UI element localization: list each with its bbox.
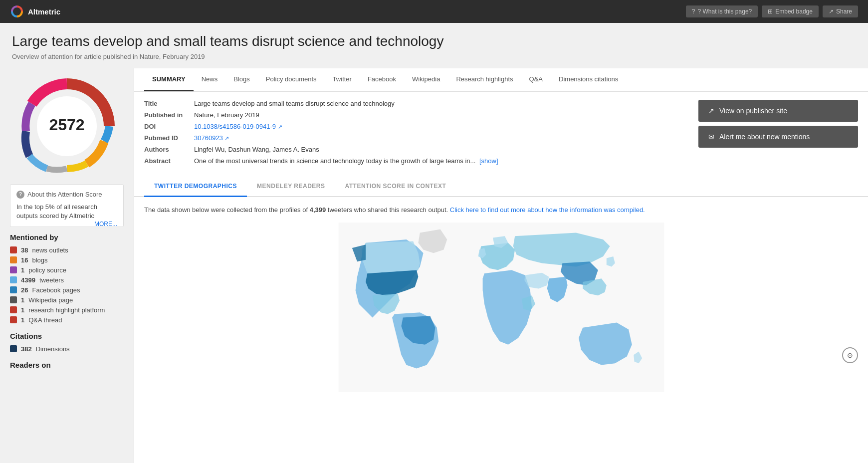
action-buttons: ↗ View on publisher site ✉ Alert me abou… — [698, 100, 858, 169]
main-tabs: SUMMARYNewsBlogsPolicy documentsTwitterF… — [134, 68, 868, 92]
altmetric-logo-icon — [10, 4, 24, 18]
tab-blogs[interactable]: Blogs — [225, 68, 258, 91]
score-value: 2572 — [49, 116, 84, 134]
page-subtitle: Overview of attention for article publis… — [12, 53, 856, 60]
mention-count: 16 — [21, 256, 28, 264]
meta-authors-row: Authors Lingfei Wu, Dashun Wang, James A… — [144, 146, 688, 153]
meta-doi-row: DOI 10.1038/s41586-019-0941-9 ↗ — [144, 123, 688, 130]
sub-tabs-container: TWITTER DEMOGRAPHICSMENDELEY READERSATTE… — [144, 177, 456, 196]
alert-button[interactable]: ✉ Alert me about new mentions — [698, 126, 858, 148]
tab-news[interactable]: News — [194, 68, 226, 91]
mention-item: 38 news outlets — [10, 246, 124, 254]
mention-count: 38 — [21, 246, 28, 254]
compiled-info-link[interactable]: Click here to find out more about how th… — [450, 206, 645, 214]
readers-section: Readers on — [10, 361, 124, 369]
mention-label: Facebook pages — [32, 286, 80, 294]
embed-badge-button[interactable]: ⊞ Embed badge — [762, 5, 819, 17]
mention-label: blogs — [32, 256, 47, 264]
about-score-box: ? About this Attention Score In the top … — [10, 184, 124, 227]
sub-tab-twitter-demo[interactable]: TWITTER DEMOGRAPHICS — [144, 177, 247, 197]
publisher-icon: ↗ — [708, 107, 714, 115]
doi-value: 10.1038/s41586-019-0941-9 — [194, 123, 276, 130]
sub-tab-mendeley[interactable]: MENDELEY READERS — [247, 177, 335, 197]
published-label: Published in — [144, 111, 194, 119]
about-score-text: In the top 5% of all research outputs sc… — [16, 203, 117, 221]
citations-section: Citations 382 Dimensions — [10, 332, 124, 353]
tab-dimensions[interactable]: Dimensions citations — [551, 68, 626, 91]
demographics-text-after: tweeters who shared this research output… — [326, 206, 448, 214]
demographics-info: The data shown below were collected from… — [134, 197, 868, 223]
mention-item: 1 policy source — [10, 266, 124, 274]
mention-label: research highlight platform — [28, 306, 105, 314]
tab-wikipedia[interactable]: Wikipedia — [404, 68, 448, 91]
mention-item: 16 blogs — [10, 256, 124, 264]
article-info-section: Title Large teams develop and small team… — [134, 92, 868, 177]
brand-name: Altmetric — [28, 7, 60, 16]
view-publisher-button[interactable]: ↗ View on publisher site — [698, 100, 858, 122]
mention-label: tweeters — [39, 276, 64, 284]
citation-color-dot — [10, 345, 17, 352]
sidebar: 2572 ? About this Attention Score In the… — [0, 68, 134, 463]
mention-count: 1 — [21, 306, 24, 314]
brand-area: Altmetric — [10, 4, 60, 18]
scroll-indicator[interactable]: ⊙ — [842, 347, 858, 363]
meta-abstract-row: Abstract One of the most universal trend… — [144, 157, 688, 165]
pubmed-label: Pubmed ID — [144, 134, 194, 142]
mention-color-dot — [10, 246, 17, 253]
tab-policy[interactable]: Policy documents — [258, 68, 325, 91]
mention-item: 1 research highlight platform — [10, 306, 124, 314]
embed-icon: ⊞ — [768, 8, 773, 15]
mentioned-by-heading: Mentioned by — [10, 233, 124, 241]
abstract-value: One of the most universal trends in scie… — [194, 157, 498, 165]
mention-count: 26 — [21, 286, 28, 294]
mention-label: Q&A thread — [28, 316, 62, 324]
show-abstract-link[interactable]: [show] — [479, 157, 498, 165]
scroll-icon: ⊙ — [847, 351, 853, 359]
pubmed-link[interactable]: 30760923 ↗ — [194, 134, 229, 142]
mentions-list: 38 news outlets 16 blogs 1 policy source… — [10, 246, 124, 324]
tab-research[interactable]: Research highlights — [448, 68, 521, 91]
published-value: Nature, February 2019 — [194, 111, 259, 119]
article-meta: Title Large teams develop and small team… — [144, 100, 688, 169]
meta-title-row: Title Large teams develop and small team… — [144, 100, 688, 107]
what-is-this-button[interactable]: ? ? What is this page? — [686, 5, 758, 17]
mention-item: 4399 tweeters — [10, 276, 124, 284]
citation-count: 382 — [21, 345, 32, 353]
main-layout: 2572 ? About this Attention Score In the… — [0, 68, 868, 463]
topnav-actions: ? ? What is this page? ⊞ Embed badge ↗ S… — [686, 5, 858, 17]
doi-link[interactable]: 10.1038/s41586-019-0941-9 ↗ — [194, 123, 282, 130]
citation-label: Dimensions — [36, 345, 70, 353]
mention-color-dot — [10, 286, 17, 293]
mention-count: 1 — [21, 266, 24, 274]
abstract-label: Abstract — [144, 157, 194, 165]
page-header: Large teams develop and small teams disr… — [0, 23, 868, 68]
more-link[interactable]: MORE... — [94, 221, 117, 228]
mention-item: 1 Q&A thread — [10, 316, 124, 324]
citation-item: 382 Dimensions — [10, 345, 124, 353]
mention-color-dot — [10, 276, 17, 283]
mention-label: news outlets — [32, 246, 68, 254]
tab-facebook[interactable]: Facebook — [360, 68, 404, 91]
tab-summary[interactable]: SUMMARY — [144, 68, 194, 91]
mention-color-dot — [10, 306, 17, 313]
share-button[interactable]: ↗ Share — [823, 5, 858, 17]
tab-qa[interactable]: Q&A — [521, 68, 551, 91]
title-label: Title — [144, 100, 194, 107]
mention-color-dot — [10, 256, 17, 263]
mention-count: 4399 — [21, 276, 35, 284]
demographics-text-before: The data shown below were collected from… — [144, 206, 310, 214]
doi-label: DOI — [144, 123, 194, 130]
world-map-container — [134, 223, 868, 402]
mention-count: 1 — [21, 316, 24, 324]
sub-tab-attention[interactable]: ATTENTION SCORE IN CONTEXT — [335, 177, 456, 197]
demographics-count: 4,399 — [310, 206, 326, 214]
sub-tabs: TWITTER DEMOGRAPHICSMENDELEY READERSATTE… — [134, 177, 868, 197]
tab-twitter[interactable]: Twitter — [325, 68, 360, 91]
tabs-container: SUMMARYNewsBlogsPolicy documentsTwitterF… — [144, 68, 858, 91]
share-icon: ↗ — [829, 8, 834, 15]
mention-count: 1 — [21, 296, 24, 304]
mention-item: 26 Facebook pages — [10, 286, 124, 294]
page-title: Large teams develop and small teams disr… — [12, 33, 856, 50]
title-value: Large teams develop and small teams disr… — [194, 100, 395, 107]
top-navigation: Altmetric ? ? What is this page? ⊞ Embed… — [0, 0, 868, 23]
